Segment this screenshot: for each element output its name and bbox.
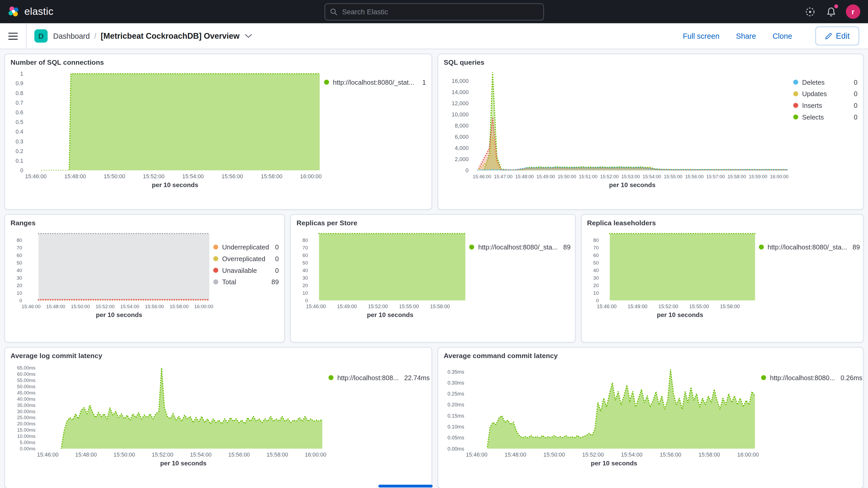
legend-item[interactable]: http://localhost:8080/_stat... 1 — [324, 77, 426, 88]
svg-text:0.7: 0.7 — [16, 100, 23, 106]
legend-label: Total — [222, 278, 236, 286]
series-color-dot — [758, 245, 764, 249]
svg-text:15:56:00: 15:56:00 — [685, 174, 704, 179]
svg-text:0.10ms: 0.10ms — [447, 424, 464, 430]
svg-text:45.00ms: 45.00ms — [17, 390, 35, 396]
legend-item[interactable]: Total 89 — [213, 276, 279, 288]
clone-link[interactable]: Clone — [773, 32, 792, 40]
svg-text:15:50:00: 15:50:00 — [544, 452, 565, 458]
elastic-logo-icon — [8, 5, 20, 18]
svg-text:50: 50 — [593, 260, 598, 266]
svg-text:80: 80 — [303, 238, 308, 243]
horizontal-scrollbar-thumb[interactable] — [378, 485, 433, 487]
chevron-down-icon — [245, 34, 252, 38]
svg-text:30: 30 — [303, 275, 308, 281]
legend-label: Deletes — [802, 78, 825, 86]
svg-text:16:00:00: 16:00:00 — [737, 452, 759, 458]
global-header: elastic — [0, 0, 868, 23]
svg-text:15:55:00: 15:55:00 — [689, 304, 709, 309]
svg-text:15:48:00: 15:48:00 — [75, 452, 97, 458]
x-axis-label: per 10 seconds — [10, 311, 213, 318]
search-input[interactable] — [341, 7, 538, 17]
panel-title[interactable]: Replicas per Store — [297, 219, 569, 227]
legend-item[interactable]: Unavailable 0 — [213, 265, 279, 276]
svg-text:40.00ms: 40.00ms — [17, 396, 35, 402]
edit-button[interactable]: Edit — [815, 27, 859, 45]
svg-text:15:49:00: 15:49:00 — [337, 304, 357, 309]
series-color-dot — [793, 103, 798, 108]
svg-text:10.00ms: 10.00ms — [17, 433, 35, 439]
chart-replicas-per-store[interactable]: 0102030405060708015:46:0015:49:0015:52:0… — [297, 228, 469, 311]
series-color-dot — [324, 80, 329, 85]
legend-item[interactable]: Selects 0 — [793, 111, 857, 123]
legend-item[interactable]: http://localhost:808... 22.74ms — [329, 372, 430, 384]
series-color-dot — [213, 245, 218, 249]
chart-ranges[interactable]: 0102030405060708015:46:0015:48:0015:50:0… — [10, 228, 213, 311]
alerts-icon[interactable] — [825, 5, 837, 18]
svg-text:15:48:00: 15:48:00 — [505, 452, 526, 458]
svg-text:15:58:00: 15:58:00 — [267, 452, 288, 458]
legend-item[interactable]: http://localhost:8080/_sta... 89 — [469, 241, 571, 253]
svg-text:55.00ms: 55.00ms — [17, 377, 35, 383]
svg-text:15:54:00: 15:54:00 — [643, 174, 661, 179]
panel-title[interactable]: Ranges — [10, 219, 279, 227]
share-link[interactable]: Share — [736, 32, 756, 40]
cluster-icon[interactable] — [804, 5, 816, 18]
svg-text:16:00:00: 16:00:00 — [305, 452, 327, 458]
svg-text:35.00ms: 35.00ms — [17, 402, 35, 408]
legend-item[interactable]: Updates 0 — [793, 88, 857, 100]
svg-text:0.9: 0.9 — [16, 80, 23, 87]
chart-average-log-commit-latency[interactable]: 0.00ms5.00ms10.00ms15.00ms20.00ms25.00ms… — [10, 361, 328, 459]
chart-average-command-commit-latency[interactable]: 0.00ms0.05ms0.10ms0.15ms0.20ms0.25ms0.30… — [444, 361, 761, 459]
chart-replica-leaseholders[interactable]: 0102030405060708015:46:0015:49:0015:52:0… — [587, 228, 759, 311]
svg-text:15:46:00: 15:46:00 — [37, 452, 59, 458]
panel-title[interactable]: Average command commit latency — [444, 352, 857, 360]
legend-label: Inserts — [802, 101, 822, 110]
panel-title[interactable]: Number of SQL connections — [10, 59, 426, 66]
title-menu-button[interactable] — [245, 34, 252, 38]
breadcrumb-separator: / — [94, 32, 96, 40]
svg-text:0.8: 0.8 — [16, 90, 23, 96]
svg-text:0.3: 0.3 — [16, 139, 23, 145]
svg-text:60: 60 — [303, 252, 308, 258]
svg-text:15:50:00: 15:50:00 — [114, 452, 135, 458]
legend-item[interactable]: Inserts 0 — [793, 99, 857, 111]
panel-title[interactable]: Average log commit latency — [10, 352, 426, 360]
chart-sql-queries[interactable]: 02,0004,0006,0008,00010,00012,00014,0001… — [444, 67, 793, 181]
panel-title[interactable]: SQL queries — [444, 59, 857, 66]
legend-label: Overreplicated — [222, 255, 265, 263]
svg-text:0.4: 0.4 — [16, 129, 23, 135]
svg-text:25.00ms: 25.00ms — [17, 415, 35, 421]
svg-text:0: 0 — [20, 298, 22, 303]
chart-legend: http://localhost:8080... 0.26ms — [761, 361, 863, 466]
page-title: [Metricbeat CockroachDB] Overview — [101, 31, 240, 40]
user-avatar[interactable]: r — [846, 4, 860, 19]
legend-label: http://localhost:808... — [337, 374, 399, 382]
svg-text:60.00ms: 60.00ms — [17, 371, 35, 377]
chart-number-of-sql-connections[interactable]: 00.10.20.30.40.50.60.70.80.9115:46:0015:… — [10, 67, 324, 181]
svg-text:15:56:00: 15:56:00 — [660, 452, 681, 458]
legend-value: 89 — [558, 243, 571, 251]
svg-text:0.30ms: 0.30ms — [447, 380, 464, 386]
x-axis-label: per 10 seconds — [444, 460, 761, 466]
avatar-initial: r — [851, 7, 855, 16]
breadcrumb-dashboard-link[interactable]: Dashboard — [53, 32, 90, 40]
legend-item[interactable]: Deletes 0 — [793, 77, 857, 88]
elastic-logo[interactable]: elastic — [8, 5, 54, 18]
global-search[interactable] — [324, 3, 544, 20]
svg-text:0.35ms: 0.35ms — [447, 369, 464, 375]
series-color-dot — [213, 279, 218, 284]
svg-text:10: 10 — [593, 290, 598, 296]
legend-label: Unavailable — [222, 266, 257, 274]
svg-text:15:51:00: 15:51:00 — [579, 174, 597, 179]
legend-item[interactable]: Overreplicated 0 — [213, 253, 279, 265]
legend-item[interactable]: Underreplicated 0 — [213, 241, 279, 253]
svg-text:8,000: 8,000 — [455, 123, 469, 129]
svg-text:15:54:00: 15:54:00 — [621, 452, 643, 458]
full-screen-link[interactable]: Full screen — [683, 32, 719, 40]
legend-item[interactable]: http://localhost:8080... 0.26ms — [761, 372, 863, 384]
menu-hamburger-button[interactable] — [0, 23, 27, 49]
panel-title[interactable]: Replica leaseholders — [587, 219, 858, 227]
space-badge[interactable]: D — [34, 29, 48, 42]
legend-item[interactable]: http://localhost:8080/_sta... 89 — [758, 241, 860, 253]
